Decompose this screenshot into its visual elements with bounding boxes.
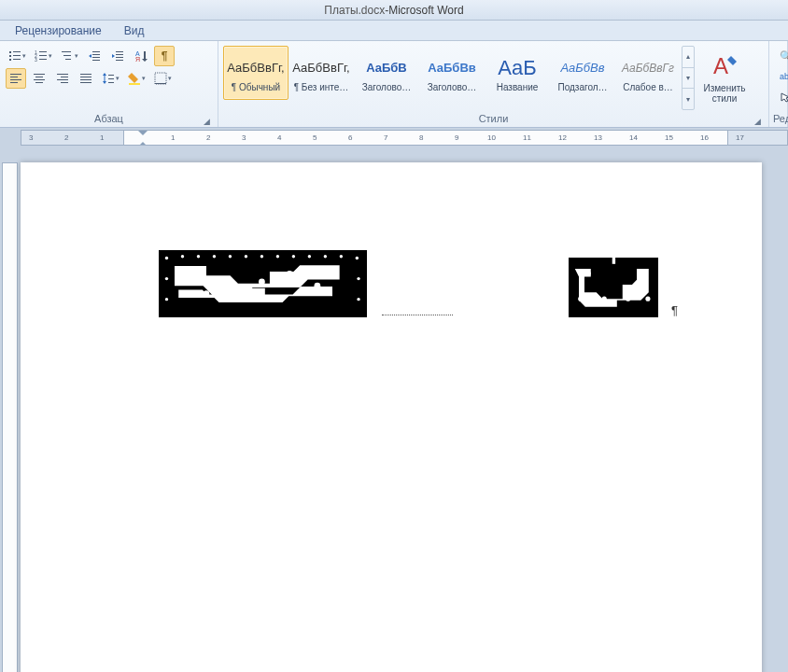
svg-rect-53 <box>155 83 166 84</box>
find-button[interactable]: 🔍 <box>775 48 788 64</box>
style-heading1[interactable]: АаБбВ Заголово… <box>354 46 419 100</box>
shading-button[interactable]: ▾ <box>125 68 148 89</box>
numbering-button[interactable]: 123▾ <box>32 46 55 66</box>
svg-point-82 <box>578 297 583 301</box>
svg-rect-23 <box>116 60 123 61</box>
svg-point-75 <box>357 277 359 280</box>
pcb-image-2[interactable] <box>569 258 658 317</box>
svg-point-65 <box>260 255 263 258</box>
bullets-button[interactable]: ▾ <box>6 46 29 66</box>
svg-point-66 <box>276 255 279 258</box>
svg-rect-36 <box>57 74 68 75</box>
svg-text:3: 3 <box>35 57 37 63</box>
tab-view[interactable]: Вид <box>113 22 156 39</box>
svg-rect-42 <box>80 79 91 80</box>
svg-rect-18 <box>92 60 100 61</box>
ruler-horizontal[interactable]: 3 2 1 1 2 3 4 5 6 7 8 9 10 11 12 13 14 1… <box>21 130 788 146</box>
svg-rect-43 <box>80 82 91 83</box>
svg-point-73 <box>165 277 168 280</box>
decrease-indent-button[interactable] <box>84 46 105 66</box>
svg-rect-15 <box>92 51 100 52</box>
tab-review[interactable]: Рецензирование <box>4 22 113 39</box>
svg-text:ab: ab <box>780 72 788 81</box>
group-label-styles: Стили ◢ <box>222 112 765 127</box>
change-styles-button[interactable]: A Изменить стили <box>697 44 753 112</box>
styles-dialog-launcher[interactable]: ◢ <box>752 115 763 126</box>
ruler-vertical[interactable] <box>2 162 18 672</box>
svg-point-79 <box>287 271 293 277</box>
pilcrow-mark: ¶ <box>671 303 678 317</box>
align-left-button[interactable] <box>6 68 26 89</box>
svg-rect-29 <box>10 77 18 77</box>
styles-scroll-down[interactable]: ▾ <box>682 67 694 89</box>
svg-rect-20 <box>116 51 123 52</box>
svg-rect-5 <box>13 59 21 60</box>
multilevel-button[interactable]: ▾ <box>58 46 81 66</box>
change-styles-label: Изменить стили <box>700 83 749 104</box>
sort-button[interactable]: AЯ <box>131 46 151 66</box>
svg-marker-27 <box>142 51 148 62</box>
select-button[interactable] <box>775 89 788 105</box>
svg-point-77 <box>231 290 237 297</box>
style-subtitle[interactable]: АаБбВв Подзагол… <box>550 46 615 100</box>
styles-scroll-up[interactable]: ▴ <box>682 47 694 67</box>
style-title[interactable]: АаБ Название <box>485 46 550 100</box>
svg-rect-33 <box>35 77 43 77</box>
svg-point-59 <box>165 257 168 259</box>
style-normal[interactable]: АаБбВвГг, ¶ Обычный <box>223 46 288 100</box>
app-name: Microsoft Word <box>388 4 463 17</box>
justify-button[interactable] <box>76 68 96 89</box>
style-subtle[interactable]: АаБбВвГг Слабое в… <box>615 46 681 100</box>
svg-point-68 <box>308 255 311 258</box>
align-center-button[interactable] <box>29 68 49 89</box>
align-right-button[interactable] <box>52 68 73 89</box>
svg-rect-4 <box>9 59 11 61</box>
document-area[interactable]: ¶ <box>0 147 788 672</box>
svg-rect-12 <box>62 51 71 52</box>
svg-rect-37 <box>61 77 68 77</box>
indent-marker[interactable] <box>138 131 148 146</box>
styles-scroll: ▴ ▾ ▾ <box>682 46 695 110</box>
svg-rect-32 <box>34 74 45 75</box>
svg-point-61 <box>197 255 200 258</box>
svg-text:Я: Я <box>135 56 140 63</box>
content-line: ¶ <box>159 250 678 317</box>
style-heading2[interactable]: АаБбВв Заголово… <box>419 46 485 100</box>
line-spacing-button[interactable]: ▾ <box>99 68 122 89</box>
page[interactable]: ¶ <box>21 162 762 672</box>
styles-expand[interactable]: ▾ <box>682 88 694 109</box>
svg-point-62 <box>213 255 216 258</box>
svg-rect-45 <box>105 76 106 81</box>
svg-rect-0 <box>9 51 11 53</box>
svg-rect-38 <box>57 79 68 80</box>
svg-rect-49 <box>108 82 114 83</box>
pcb-image-1[interactable] <box>159 250 367 317</box>
svg-rect-31 <box>10 82 18 83</box>
svg-point-70 <box>340 255 343 258</box>
borders-button[interactable]: ▾ <box>151 68 175 89</box>
svg-rect-2 <box>9 55 11 57</box>
replace-button[interactable]: ab <box>775 68 788 85</box>
svg-rect-41 <box>80 77 91 77</box>
svg-rect-52 <box>155 73 166 84</box>
show-marks-button[interactable]: ¶ <box>154 46 175 66</box>
paragraph-dialog-launcher[interactable]: ◢ <box>201 115 212 126</box>
svg-marker-55 <box>727 56 737 65</box>
svg-rect-28 <box>10 74 21 75</box>
svg-rect-3 <box>13 55 21 56</box>
svg-point-63 <box>229 255 232 258</box>
document-title: Платы.docx <box>324 4 385 17</box>
svg-point-85 <box>645 297 650 301</box>
increase-indent-button[interactable] <box>107 46 128 66</box>
group-paragraph: ▾ 123▾ ▾ AЯ ¶ ▾ ▾ ▾ <box>0 41 218 127</box>
svg-rect-34 <box>34 79 45 80</box>
svg-point-80 <box>314 283 320 289</box>
svg-rect-1 <box>13 51 21 52</box>
svg-point-71 <box>356 257 359 259</box>
group-styles: АаБбВвГг, ¶ Обычный АаБбВвГг, ¶ Без инте… <box>218 41 769 127</box>
svg-marker-58 <box>781 93 788 102</box>
svg-marker-50 <box>128 73 138 83</box>
svg-rect-47 <box>108 75 114 76</box>
style-no-spacing[interactable]: АаБбВвГг, ¶ Без инте… <box>288 46 354 100</box>
svg-rect-14 <box>65 59 71 60</box>
